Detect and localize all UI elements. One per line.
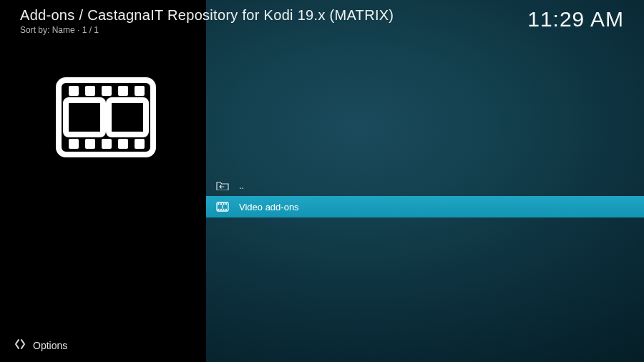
svg-rect-18	[218, 209, 220, 210]
svg-rect-3	[102, 86, 112, 96]
svg-rect-21	[225, 209, 227, 210]
clock: 11:29 AM	[527, 7, 624, 31]
options-label: Options	[33, 340, 67, 351]
video-addon-category-icon	[56, 77, 156, 157]
list-item-video-addons[interactable]: Video add-ons	[206, 196, 644, 217]
svg-rect-11	[66, 100, 103, 134]
list-item-label: Video add-ons	[239, 202, 299, 212]
svg-rect-7	[85, 139, 95, 149]
options-button[interactable]: Options	[14, 338, 67, 352]
svg-rect-5	[135, 86, 145, 96]
sidebar: Options	[0, 0, 206, 362]
svg-rect-1	[69, 86, 79, 96]
svg-rect-8	[102, 139, 112, 149]
list-item-parent[interactable]: ..	[206, 175, 644, 196]
film-icon	[216, 202, 229, 212]
folder-up-icon	[216, 180, 229, 190]
svg-rect-15	[220, 203, 222, 205]
header-left: Add-ons / CastagnaIT Repository for Kodi…	[20, 7, 394, 35]
svg-rect-4	[118, 86, 128, 96]
options-arrows-icon	[14, 338, 26, 352]
svg-rect-16	[223, 203, 225, 205]
sort-info: Sort by: Name · 1 / 1	[20, 25, 394, 35]
svg-rect-9	[118, 139, 128, 149]
svg-rect-10	[135, 139, 145, 149]
svg-rect-12	[109, 100, 146, 134]
svg-rect-2	[85, 86, 95, 96]
breadcrumb: Add-ons / CastagnaIT Repository for Kodi…	[20, 7, 394, 24]
svg-rect-20	[223, 209, 225, 210]
svg-rect-6	[69, 139, 79, 149]
category-list: .. Video add-ons	[206, 175, 644, 217]
list-item-label: ..	[239, 180, 244, 191]
svg-rect-17	[225, 203, 227, 205]
main-pane: .. Video add-ons	[206, 0, 644, 362]
svg-rect-14	[218, 203, 220, 205]
header: Add-ons / CastagnaIT Repository for Kodi…	[20, 7, 624, 35]
svg-rect-19	[220, 209, 222, 210]
